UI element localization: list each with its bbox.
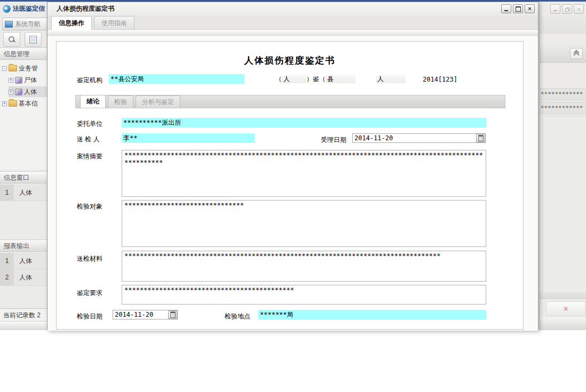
report-row[interactable]: 1 人体: [0, 253, 47, 269]
accept-date-input[interactable]: [352, 133, 486, 143]
close-button[interactable]: ×: [525, 4, 535, 13]
info-window-header[interactable]: 信息窗口: [0, 171, 47, 183]
tab-examination[interactable]: 检验: [108, 95, 133, 108]
report-output-header[interactable]: 报表输出: [0, 239, 47, 252]
system-nav-tab[interactable]: 系统导航: [2, 18, 47, 30]
tool-icon: [15, 77, 22, 84]
background-window-controls: ×: [550, 4, 584, 14]
case-summary-label: 案情摘要: [77, 152, 102, 161]
tab-info-operation[interactable]: 信息操作: [51, 16, 92, 30]
tree-item-basic[interactable]: + 基本信: [2, 98, 38, 109]
window-controls: ×: [501, 4, 538, 13]
window-tabbar: 信息操作 使用指南: [47, 15, 538, 30]
folder-icon: [9, 100, 17, 107]
report-row[interactable]: 2 人体: [0, 269, 47, 286]
nav-icon: [5, 21, 13, 28]
maximize-button[interactable]: [513, 4, 523, 13]
info-mgmt-header[interactable]: 信息管理: [0, 47, 47, 60]
serial-number-row: （ ）鉴（ 2014[123]: [275, 75, 457, 84]
tree-item-business[interactable]: - 业务管: [2, 63, 38, 74]
app-title: 法医鉴定信: [3, 4, 45, 13]
app-title-text: 法医鉴定信: [13, 4, 45, 13]
calendar-button[interactable]: [476, 134, 485, 142]
row-number: 2: [0, 269, 14, 285]
exam-place-label: 检验地点: [225, 312, 250, 321]
minimize-button[interactable]: [550, 4, 560, 14]
search-icon: [9, 36, 15, 43]
restore-button[interactable]: [562, 4, 572, 14]
appraisal-window: 人体损伤程度鉴定书 × 信息操作 使用指南 人体损伤程度鉴定书 鉴定机构 （ ）: [47, 2, 539, 330]
requirement-label: 鉴定要求: [77, 289, 102, 298]
calendar-button[interactable]: [168, 310, 177, 319]
close-button[interactable]: ×: [574, 4, 584, 14]
screen: 法医鉴定信 系统导航 信息管理 - 业务管 + 尸体: [0, 0, 586, 392]
masked-field-row: ************: [540, 102, 586, 114]
tree-area: - 业务管 + 尸体 + 人体 + 基本信: [0, 60, 47, 170]
form-paper: 人体损伤程度鉴定书 鉴定机构 （ ）鉴（ 2014[123] 绪论 检验 分析与…: [56, 41, 524, 330]
window-content: 人体损伤程度鉴定书 鉴定机构 （ ）鉴（ 2014[123] 绪论 检验 分析与…: [47, 36, 538, 331]
org-input[interactable]: [109, 74, 244, 84]
tree-item-corpse[interactable]: + 尸体: [9, 75, 37, 85]
close-icon: ×: [577, 6, 580, 12]
collapse-panel-button[interactable]: [570, 48, 583, 59]
sender-label: 送 检 人: [77, 135, 100, 144]
materials-textarea[interactable]: [122, 251, 486, 282]
folder-icon: [9, 65, 17, 71]
expand-box-icon[interactable]: +: [9, 90, 13, 94]
form-tabbar: 绪论 检验 分析与鉴定: [75, 95, 505, 108]
materials-label: 送检材料: [77, 254, 102, 263]
accept-date-label: 受理日期: [321, 135, 346, 145]
exam-date-field: [113, 310, 178, 319]
exam-object-textarea[interactable]: [122, 200, 486, 247]
case-summary-textarea[interactable]: [122, 150, 486, 197]
background-bottom-strip: [540, 317, 586, 330]
background-button-strip: [540, 292, 586, 299]
record-count-status: 当前记录数 2: [0, 308, 47, 321]
background-window: × ************ ************ ×: [539, 2, 586, 330]
delete-button[interactable]: ×: [546, 301, 585, 316]
row-label: 人体: [14, 253, 32, 269]
row-label: 人体: [14, 185, 32, 201]
tab-user-guide[interactable]: 使用指南: [94, 16, 134, 29]
tree-item-human[interactable]: + 人体: [9, 86, 47, 97]
tree-label: 业务管: [19, 64, 38, 73]
tree-label: 人体: [24, 87, 37, 97]
row-number: 1: [0, 253, 14, 269]
collapse-box-icon[interactable]: -: [2, 66, 7, 71]
minimize-icon: [553, 10, 557, 11]
sidebar: 法医鉴定信 系统导航 信息管理 - 业务管 + 尸体: [0, 2, 47, 330]
calendar-icon: [478, 135, 484, 141]
exam-place-input[interactable]: [258, 310, 486, 319]
document-title: 人体损伤程度鉴定书: [57, 54, 523, 67]
window-titlebar[interactable]: 人体损伤程度鉴定书 ×: [47, 2, 538, 15]
expand-box-icon[interactable]: +: [2, 101, 7, 106]
serial-open-paren: （: [275, 75, 282, 84]
report-button[interactable]: [25, 32, 42, 47]
minimize-icon: [504, 10, 508, 11]
expand-box-icon[interactable]: +: [9, 78, 13, 83]
toolbar-strip: [47, 30, 538, 36]
serial-input-1[interactable]: [282, 75, 306, 83]
info-window-row[interactable]: 1 人体: [0, 185, 47, 201]
search-button[interactable]: [3, 32, 20, 47]
close-icon: ×: [528, 6, 531, 12]
report-icon: [29, 36, 37, 44]
masked-field-row: ************: [540, 88, 586, 100]
red-x-icon: ×: [564, 305, 568, 313]
minimize-button[interactable]: [501, 4, 511, 13]
serial-input-3[interactable]: [376, 75, 406, 83]
client-input[interactable]: [122, 118, 486, 127]
tab-analysis[interactable]: 分析与鉴定: [136, 95, 180, 108]
tree-label: 尸体: [24, 76, 37, 85]
tab-introduction[interactable]: 绪论: [80, 95, 106, 108]
sender-input[interactable]: [122, 133, 255, 143]
tree-label: 基本信: [19, 99, 38, 108]
org-label: 鉴定机构: [77, 76, 102, 85]
row-number: 1: [0, 185, 14, 201]
calendar-icon: [170, 311, 176, 318]
serial-input-2[interactable]: [326, 75, 355, 83]
app-logo-icon: [3, 5, 11, 13]
tool-icon: [15, 89, 22, 95]
requirement-textarea[interactable]: [122, 285, 486, 305]
exam-object-label: 检验对象: [77, 202, 102, 211]
